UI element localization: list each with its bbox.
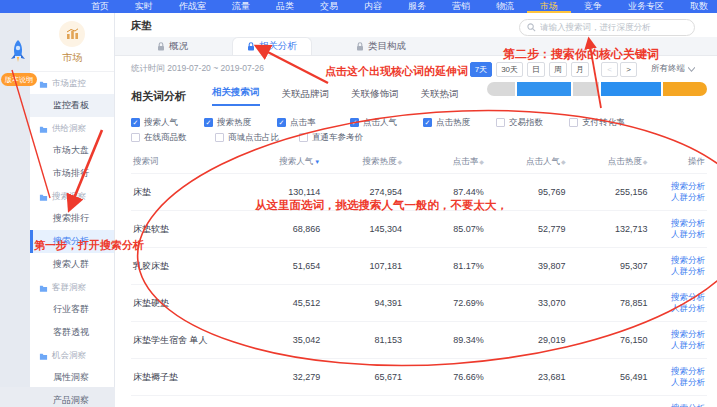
nav-item-服务[interactable]: 服务 — [395, 0, 439, 13]
action-link-人群分析[interactable]: 人群分析 — [651, 229, 705, 240]
sort-icon[interactable]: ◆ — [479, 158, 484, 165]
sidebar-item-监控看板[interactable]: 监控看板 — [30, 94, 114, 117]
mosaic-segment-1 — [517, 82, 571, 96]
table-row: 床垫硬垫45,51294,39172.69%33,07078,851搜索分析人群… — [131, 285, 707, 322]
column-header-点击率[interactable]: 点击率◆ — [404, 151, 486, 174]
value-cell: 52,779 — [486, 211, 568, 248]
action-cell: 搜索分析人群分析 — [649, 396, 707, 407]
sidebar-item-市场大盘[interactable]: 市场大盘 — [30, 139, 114, 162]
action-link-搜索分析[interactable]: 搜索分析 — [651, 255, 705, 266]
sidebar-item-搜索分析[interactable]: 搜索分析 — [30, 230, 114, 253]
column-header-搜索词: 搜索词 — [131, 151, 240, 174]
tab-label: 概况 — [169, 40, 188, 53]
action-link-搜索分析[interactable]: 搜索分析 — [651, 329, 705, 340]
rocket-icon[interactable] — [8, 39, 28, 65]
checkbox-在线商品数[interactable] — [131, 133, 140, 142]
sidebar-item-产品洞察[interactable]: 产品洞察 — [30, 389, 114, 407]
stat-time: 统计时间 2019-07-20 ~ 2019-07-26 — [131, 63, 264, 75]
mosaic-segment-0 — [487, 82, 515, 96]
panel-tab-相关搜索词[interactable]: 相关搜索词 — [212, 86, 260, 106]
sort-icon[interactable]: ◆ — [397, 158, 402, 165]
value-cell: 23,681 — [486, 359, 568, 396]
date-button-周[interactable]: 周 — [549, 62, 567, 77]
module-label: 市场 — [30, 51, 114, 65]
action-link-搜索分析[interactable]: 搜索分析 — [651, 292, 705, 303]
action-link-搜索分析[interactable]: 搜索分析 — [651, 181, 705, 192]
panel-tab-关联热词[interactable]: 关联热词 — [421, 88, 459, 106]
pager-next-button[interactable]: > — [620, 62, 637, 77]
action-link-人群分析[interactable]: 人群分析 — [651, 266, 705, 277]
value-cell: 89.34% — [404, 322, 486, 359]
metric-label: 在线商品数 — [144, 132, 187, 144]
checkbox-点击率[interactable]: ✓ — [277, 118, 286, 127]
column-header-点击人气[interactable]: 点击人气◆ — [486, 151, 568, 174]
checkbox-直通车参考价[interactable] — [299, 133, 308, 142]
panel-tab-关联修饰词[interactable]: 关联修饰词 — [351, 88, 399, 106]
lock-icon — [157, 42, 165, 51]
column-header-搜索热度[interactable]: 搜索热度◆ — [322, 151, 404, 174]
action-cell: 搜索分析人群分析 — [649, 359, 707, 396]
search-icon — [527, 23, 536, 32]
nav-item-内容[interactable]: 内容 — [351, 0, 395, 13]
keyword-search-input[interactable]: 请输入搜索词，进行深度分析 — [519, 19, 695, 36]
checkbox-搜索热度[interactable]: ✓ — [204, 118, 213, 127]
sidebar-item-搜索人群[interactable]: 搜索人群 — [30, 253, 114, 276]
tab-类目构成[interactable]: 类目构成 — [342, 37, 420, 55]
checkbox-支付转化率[interactable] — [569, 118, 578, 127]
nav-item-首页[interactable]: 首页 — [78, 0, 122, 13]
sidebar-item-客群透视[interactable]: 客群透视 — [30, 321, 114, 344]
action-cell: 搜索分析人群分析 — [649, 248, 707, 285]
nav-item-物流[interactable]: 物流 — [483, 0, 527, 13]
mosaic-segment-4 — [663, 82, 707, 96]
folder-icon — [39, 125, 48, 134]
panel-tab-关联品牌词[interactable]: 关联品牌词 — [282, 88, 330, 106]
sidebar-item-行业客群[interactable]: 行业客群 — [30, 298, 114, 321]
action-link-搜索分析[interactable]: 搜索分析 — [651, 218, 705, 229]
date-button-30天[interactable]: 30天 — [496, 62, 523, 77]
column-header-搜索人气[interactable]: 搜索人气▼ — [240, 151, 322, 174]
tab-相关分析[interactable]: 相关分析 — [232, 37, 312, 55]
action-link-人群分析[interactable]: 人群分析 — [651, 303, 705, 314]
action-link-搜索分析[interactable]: 搜索分析 — [651, 366, 705, 377]
nav-item-市场[interactable]: 市场 — [527, 0, 571, 13]
action-link-人群分析[interactable]: 人群分析 — [651, 377, 705, 388]
nav-item-品类[interactable]: 品类 — [263, 0, 307, 13]
date-button-7天[interactable]: 7天 — [470, 62, 492, 77]
version-badge[interactable]: 版本说明 — [1, 73, 37, 86]
terminal-filter-dropdown[interactable]: 所有终端 — [651, 63, 695, 75]
column-header-点击热度[interactable]: 点击热度◆ — [568, 151, 650, 174]
sidebar-group-label: 供给洞察 — [52, 123, 86, 135]
sidebar-item-市场排行[interactable]: 市场排行 — [30, 162, 114, 185]
action-link-人群分析[interactable]: 人群分析 — [651, 192, 705, 203]
checkbox-点击人气[interactable]: ✓ — [350, 118, 359, 127]
action-link-人群分析[interactable]: 人群分析 — [651, 340, 705, 351]
column-header-操作: 操作 — [649, 151, 707, 174]
checkbox-搜索人气[interactable]: ✓ — [131, 118, 140, 127]
date-button-月[interactable]: 月 — [571, 62, 589, 77]
action-link-搜索分析[interactable]: 搜索分析 — [651, 403, 705, 407]
folder-icon — [39, 352, 48, 361]
sort-icon[interactable]: ▼ — [314, 159, 320, 165]
sidebar-item-搜索排行[interactable]: 搜索排行 — [30, 207, 114, 230]
nav-item-交易[interactable]: 交易 — [307, 0, 351, 13]
nav-item-取数[interactable]: 取数 — [677, 0, 717, 13]
action-cell: 搜索分析人群分析 — [649, 322, 707, 359]
checkbox-交易指数[interactable] — [496, 118, 505, 127]
checkbox-商城点击占比[interactable] — [215, 133, 224, 142]
nav-item-业务专区[interactable]: 业务专区 — [615, 0, 677, 13]
sort-icon[interactable]: ◆ — [643, 158, 648, 165]
date-button-日[interactable]: 日 — [527, 62, 545, 77]
nav-item-流量[interactable]: 流量 — [219, 0, 263, 13]
pager-prev-button[interactable]: < — [601, 62, 618, 77]
table-row: 乳胶床垫51,654107,18181.17%39,80795,307搜索分析人… — [131, 248, 707, 285]
checkbox-点击热度[interactable]: ✓ — [423, 118, 432, 127]
nav-item-实时[interactable]: 实时 — [122, 0, 166, 13]
nav-item-竞争[interactable]: 竞争 — [571, 0, 615, 13]
nav-item-营销[interactable]: 营销 — [439, 0, 483, 13]
sort-icon[interactable]: ◆ — [561, 158, 566, 165]
action-cell: 搜索分析人群分析 — [649, 174, 707, 211]
value-cell: 65,671 — [322, 359, 404, 396]
nav-item-作战室[interactable]: 作战室 — [166, 0, 219, 13]
tab-概况[interactable]: 概况 — [143, 37, 202, 55]
sidebar-item-属性洞察[interactable]: 属性洞察 — [30, 366, 114, 389]
